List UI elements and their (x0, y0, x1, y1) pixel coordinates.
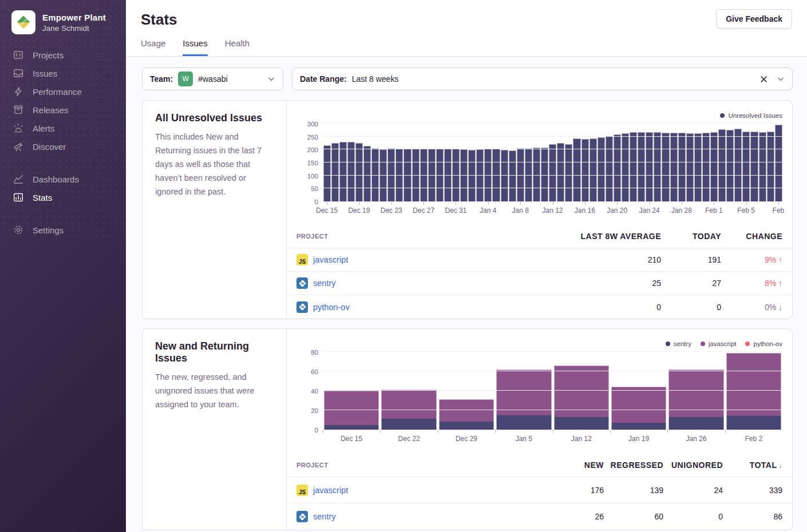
change-cell: 8% ↑ (721, 279, 782, 288)
x-axis-label: Jan 28 (671, 207, 692, 215)
col-header-regressed[interactable]: REGRESSED (604, 460, 663, 470)
javascript-segment (611, 387, 666, 423)
sidebar-item-discover[interactable]: Discover (0, 137, 126, 156)
sidebar: Empower Plant Jane Schmidt Projects Issu… (0, 0, 126, 532)
date-range-select[interactable]: Date Range: Last 8 weeks (292, 68, 793, 90)
sidebar-item-stats[interactable]: Stats (0, 188, 126, 207)
clear-filter-icon[interactable] (759, 75, 768, 84)
page-title: Stats (141, 0, 792, 29)
x-axis-label: Jan 5 (495, 430, 552, 444)
projects-icon (13, 50, 23, 60)
x-axis-label: Dec 19 (348, 207, 370, 215)
x-axis-label: Jan 16 (575, 207, 595, 215)
unresolved-bar (598, 137, 605, 201)
org-switcher[interactable]: Empower Plant Jane Schmidt (0, 0, 126, 46)
unresolved-bar (654, 132, 661, 201)
x-axis-tick (667, 430, 668, 433)
total-cell: 339 (723, 486, 782, 495)
org-logo (11, 10, 35, 34)
project-link[interactable]: javascript (313, 486, 348, 495)
legend-item-python-ov[interactable]: python-ov (745, 340, 782, 347)
javascript-platform-icon: JS (296, 254, 308, 265)
sidebar-item-settings[interactable]: Settings (0, 221, 126, 239)
stacked-bar (495, 352, 552, 430)
x-axis-label: Feb 2 (725, 430, 782, 444)
legend-dot (720, 113, 725, 118)
project-link[interactable]: javascript (313, 255, 348, 264)
new-cell: 26 (544, 512, 604, 521)
x-axis-label: Jan 12 (553, 430, 610, 444)
x-axis-label: Dec 15 (316, 207, 338, 215)
nav-divider-gap (0, 156, 126, 170)
col-header-total-sorted[interactable]: TOTAL↓ (723, 460, 782, 470)
legend-item-unresolved-issues[interactable]: Unresolved Issues (720, 112, 782, 119)
unresolved-bar (630, 132, 637, 201)
x-axis-tick (438, 430, 438, 433)
avg-cell: 210 (564, 255, 661, 264)
project-link[interactable]: sentry (313, 279, 336, 288)
sidebar-item-projects[interactable]: Projects (0, 46, 126, 64)
sentry-segment (324, 425, 379, 430)
x-axis-label: Dec 27 (413, 207, 434, 215)
gridline (323, 123, 782, 124)
sidebar-item-label: Discover (33, 142, 66, 152)
change-value-down: 0% ↓ (765, 303, 782, 312)
sidebar-item-label: Performance (33, 87, 82, 97)
total-cell: 86 (723, 512, 782, 521)
gridline (323, 390, 782, 391)
col-header-new[interactable]: NEW (544, 460, 604, 470)
col-header-unignored[interactable]: UNIGNORED (663, 460, 723, 470)
legend-item-javascript[interactable]: javascript (701, 340, 737, 347)
x-axis-tick (380, 430, 381, 433)
releases-icon (13, 105, 23, 115)
x-axis-tick (553, 430, 553, 433)
give-feedback-button[interactable]: Give Feedback (716, 9, 792, 29)
unresolved-chart-plot: 050100150200250300 (323, 124, 782, 201)
new-returning-panel-title: New and Returning Issues (155, 340, 274, 364)
unresolved-bar (590, 138, 597, 201)
col-header-last8w-average: LAST 8W AVERAGE (564, 232, 661, 241)
unresolved-bar (565, 144, 572, 201)
tab-issues[interactable]: Issues (183, 38, 207, 56)
new-returning-table-header: PROJECT NEW REGRESSED UNIGNORED TOTAL↓ (287, 452, 792, 477)
stacked-bar (667, 352, 725, 430)
unresolved-bar (606, 136, 613, 201)
sidebar-item-label: Stats (33, 193, 52, 203)
javascript-segment (439, 399, 494, 422)
unresolved-chart-legend: Unresolved Issues (296, 111, 782, 120)
x-axis-label: Feb 5 (737, 207, 755, 215)
python-platform-icon (296, 301, 308, 313)
sentry-segment (554, 417, 609, 430)
today-cell: 27 (661, 279, 721, 288)
sidebar-item-label: Dashboards (33, 174, 79, 184)
x-axis-label: Jan 26 (667, 430, 725, 444)
sidebar-item-dashboards[interactable]: Dashboards (0, 170, 126, 188)
project-cell: JSjavascript (296, 254, 564, 265)
tab-health[interactable]: Health (225, 38, 250, 56)
unresolved-bar (710, 132, 718, 201)
sidebar-item-issues[interactable]: Issues (0, 64, 126, 82)
team-filter-select[interactable]: Team: W #wasabi (142, 68, 283, 90)
stacked-bar (438, 352, 495, 430)
legend-item-sentry[interactable]: sentry (666, 340, 691, 347)
sidebar-item-performance[interactable]: Performance (0, 82, 126, 101)
tab-usage[interactable]: Usage (141, 38, 165, 56)
sidebar-item-alerts[interactable]: Alerts (0, 119, 126, 137)
project-cell: python-ov (296, 301, 564, 313)
x-axis-label: Feb 1 (705, 207, 723, 215)
python-platform-icon (296, 277, 308, 289)
project-link[interactable]: sentry (313, 512, 336, 521)
page-content: Team: W #wasabi Date Range: Last 8 weeks (126, 57, 807, 532)
unresolved-panel-description: This includes New and Returning issues i… (155, 130, 274, 198)
new-returning-chart: sentryjavascriptpython-ov 020406080 Dec … (287, 329, 792, 444)
x-axis-label: Jan 4 (480, 207, 496, 215)
project-link[interactable]: python-ov (313, 303, 350, 312)
new-cell: 176 (544, 486, 604, 495)
unignored-cell: 0 (663, 512, 723, 521)
sidebar-item-label: Projects (33, 50, 64, 60)
legend-label: javascript (709, 340, 737, 347)
unresolved-bar (638, 132, 645, 201)
unresolved-bar (686, 133, 694, 201)
legend-dot (745, 342, 750, 346)
sidebar-item-releases[interactable]: Releases (0, 101, 126, 119)
